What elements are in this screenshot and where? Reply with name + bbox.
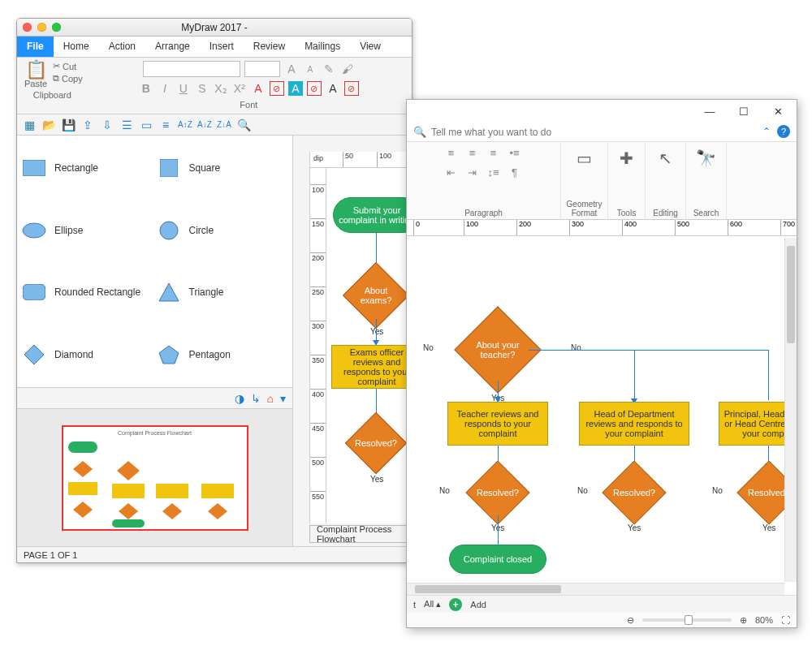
outdent-icon[interactable]: ⇤	[444, 166, 459, 181]
sheet-tab[interactable]: Complaint Process Flowchart	[309, 525, 412, 543]
underline-icon[interactable]: U	[176, 81, 191, 96]
connector-icon[interactable]: ↳	[251, 392, 261, 405]
strike-icon[interactable]: S	[195, 81, 209, 96]
zoom-out-button[interactable]: ⊖	[627, 615, 634, 626]
status-tab[interactable]: t	[413, 600, 416, 609]
no-shadow-icon[interactable]: ⊘	[344, 81, 359, 96]
search-icon[interactable]: 🔍	[236, 118, 251, 132]
vertical-scrollbar[interactable]	[784, 238, 797, 582]
save-icon[interactable]: 💾	[61, 118, 76, 132]
shape-diamond[interactable]: Diamond	[22, 329, 153, 381]
minimize-button[interactable]	[37, 23, 46, 32]
align-icon[interactable]: ≡	[158, 118, 173, 132]
indent-icon[interactable]: ⇥	[465, 166, 480, 181]
superscript-icon[interactable]: X²	[232, 81, 247, 96]
open-icon[interactable]: 📂	[41, 118, 56, 132]
shape-rectangle[interactable]: Rectangle	[22, 142, 153, 195]
dropdown-icon[interactable]: ▾	[280, 392, 286, 405]
menu-action[interactable]: Action	[99, 37, 145, 57]
shape-rounded-rectangle[interactable]: Rounded Rectangle	[22, 266, 153, 319]
mac-canvas[interactable]: dip 50 100 150 100 150 200 250 300 350 4…	[309, 152, 412, 523]
line-spacing-icon[interactable]: ↕≡	[486, 166, 501, 181]
font-color-icon[interactable]: A	[251, 81, 266, 96]
home-icon[interactable]: ⌂	[267, 392, 274, 405]
zoom-button[interactable]	[52, 23, 61, 32]
zoom-slider[interactable]	[642, 618, 732, 622]
paintbrush-icon[interactable]: 🖌	[340, 62, 355, 76]
paste-button[interactable]: 📋 Paste	[22, 61, 50, 88]
import-icon[interactable]: ⇩	[100, 118, 114, 132]
font-family-combo[interactable]	[143, 61, 240, 77]
italic-icon[interactable]: I	[158, 81, 172, 96]
cut-button[interactable]: ✂ Cut	[53, 61, 83, 71]
win-canvas[interactable]: About your teacher? No No Yes Teacher re…	[407, 238, 784, 582]
close-button[interactable]: ✕	[761, 101, 795, 122]
shape-fill-icon[interactable]: ◑	[235, 392, 244, 405]
maximize-button[interactable]: ☐	[727, 101, 761, 122]
no-highlight-icon[interactable]: ⊘	[307, 81, 322, 96]
preview-pane[interactable]: Complaint Process Flowchart	[17, 408, 293, 546]
shape-ellipse[interactable]: Ellipse	[22, 205, 153, 257]
sort-desc-icon[interactable]: Z↓A	[217, 118, 231, 132]
menu-file[interactable]: File	[17, 37, 54, 57]
pilcrow-icon[interactable]: ¶	[508, 166, 522, 181]
horizontal-scrollbar[interactable]	[407, 583, 784, 595]
font-size-combo[interactable]	[244, 61, 280, 77]
node-resolved-3[interactable]: Resolved?	[602, 460, 666, 524]
list-icon[interactable]: ☰	[119, 118, 134, 132]
node-exams-officer[interactable]: Exams officer reviews and responds to yo…	[331, 345, 412, 389]
collapse-ribbon-icon[interactable]: ⌃	[762, 126, 771, 137]
shrink-font-icon[interactable]: A	[303, 62, 317, 76]
zoom-knob[interactable]	[685, 615, 693, 625]
shape-triangle[interactable]: Triangle	[157, 266, 288, 319]
node-hod-reviews[interactable]: Head of Department reviews and responds …	[579, 402, 689, 446]
node-complaint-closed[interactable]: Complaint closed	[449, 545, 546, 574]
copy-button[interactable]: ⧉ Copy	[53, 73, 83, 84]
minimize-button[interactable]: —	[693, 101, 727, 122]
zoom-in-button[interactable]: ⊕	[740, 615, 747, 626]
node-principal-reviews[interactable]: Principal, Head Teacher or Head Centre r…	[719, 402, 784, 446]
sort-asc-icon[interactable]: A↓Z	[197, 118, 212, 132]
bullets-icon[interactable]: •≡	[508, 147, 522, 162]
insert-icon[interactable]: ▭	[139, 118, 153, 132]
menu-arrange[interactable]: Arrange	[145, 37, 200, 57]
menu-review[interactable]: Review	[244, 37, 295, 57]
mac-titlebar[interactable]: MyDraw 2017 -	[17, 19, 412, 37]
node-resolved-4[interactable]: Resolved?	[736, 460, 784, 524]
scrollbar-thumb[interactable]	[787, 246, 795, 343]
node-teacher-reviews[interactable]: Teacher reviews and responds to your com…	[447, 402, 548, 446]
menu-view[interactable]: View	[350, 37, 391, 57]
align-left-icon[interactable]: ≡	[444, 147, 459, 162]
shape-pentagon[interactable]: Pentagon	[157, 329, 288, 381]
tools-group[interactable]: ✚ Tools	[608, 142, 646, 219]
eyedropper-icon[interactable]: ✎	[322, 62, 336, 76]
shape-square[interactable]: Square	[157, 142, 288, 195]
subscript-icon[interactable]: X₂	[214, 81, 228, 96]
node-start[interactable]: Submit your complaint in writing	[333, 197, 412, 233]
editing-group[interactable]: ↖ Editing	[646, 142, 686, 219]
bold-icon[interactable]: B	[139, 81, 153, 96]
grow-font-icon[interactable]: A	[284, 62, 299, 76]
add-icon[interactable]: +	[449, 598, 462, 611]
export-icon[interactable]: ⇪	[80, 118, 95, 132]
help-icon[interactable]: ?	[777, 125, 790, 138]
status-all[interactable]: All ▴	[424, 599, 441, 609]
align-right-icon[interactable]: ≡	[486, 147, 501, 162]
canvas-inner[interactable]: Submit your complaint in writing About e…	[326, 168, 412, 523]
menu-insert[interactable]: Insert	[200, 37, 244, 57]
scrollbar-thumb[interactable]	[415, 585, 561, 593]
status-add[interactable]: Add	[470, 600, 486, 609]
fit-screen-icon[interactable]: ⛶	[781, 615, 790, 625]
new-icon[interactable]: ▦	[22, 118, 37, 132]
menu-home[interactable]: Home	[54, 37, 99, 57]
node-resolved-1[interactable]: Resolved?	[345, 412, 407, 474]
shadow-icon[interactable]: A	[326, 81, 340, 96]
align-center-icon[interactable]: ≡	[465, 147, 480, 162]
menu-mailings[interactable]: Mailings	[295, 37, 350, 57]
geometry-format-group[interactable]: ▭ Geometry Format	[561, 142, 608, 219]
highlight-icon[interactable]: A	[288, 81, 303, 96]
search-group[interactable]: 🔭 Search	[686, 142, 727, 219]
win-titlebar[interactable]: — ☐ ✕	[407, 100, 797, 123]
shape-circle[interactable]: Circle	[157, 205, 288, 257]
sort-az-icon[interactable]: A↕Z	[178, 118, 192, 132]
